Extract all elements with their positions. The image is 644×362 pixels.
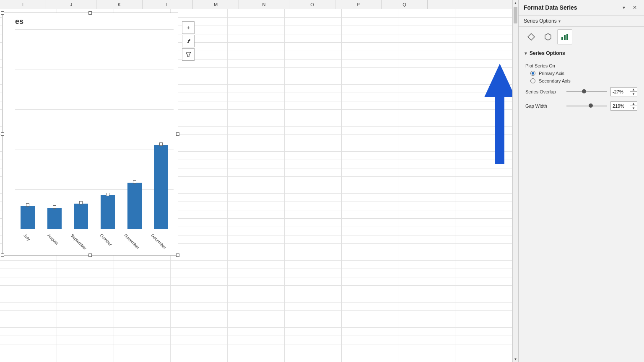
series-overlap-decrement[interactable]: ▼ — [630, 92, 637, 96]
panel-title: Format Data Series — [524, 4, 577, 11]
panel-close-button[interactable]: ✕ — [631, 3, 639, 12]
series-overlap-thumb[interactable] — [582, 89, 586, 93]
grid-row-37 — [0, 311, 512, 319]
label-november: November — [124, 233, 140, 250]
bars-container — [15, 29, 174, 230]
add-chart-element-button[interactable]: + — [182, 21, 195, 34]
bar-handle-november[interactable] — [133, 180, 136, 184]
chart-container[interactable]: es — [2, 13, 178, 256]
bar-november — [127, 183, 142, 229]
label-october: October — [99, 233, 113, 247]
chart-filter-button[interactable] — [182, 48, 195, 61]
gap-width-value-box[interactable]: ▲ ▼ — [610, 101, 637, 111]
bar-handle-september[interactable] — [79, 201, 83, 204]
bar-handle-october[interactable] — [106, 193, 109, 196]
scroll-thumb[interactable] — [514, 7, 517, 23]
column-headers: I J K L M N O P Q — [0, 0, 512, 9]
gap-width-label: Gap Width — [525, 103, 563, 109]
svg-rect-5 — [561, 37, 563, 40]
scroll-track[interactable] — [513, 6, 518, 356]
vertical-scrollbar[interactable]: ▲ ▼ — [512, 0, 518, 362]
gap-width-input[interactable] — [611, 103, 630, 109]
series-options-section-title: Series Options — [530, 50, 565, 56]
grid-area: es — [0, 9, 512, 362]
grid-row-38 — [0, 319, 512, 328]
grid-row-33 — [0, 277, 512, 286]
gap-width-thumb[interactable] — [589, 103, 593, 108]
panel-header: Format Data Series ▾ ✕ — [519, 0, 644, 16]
bar-august — [47, 208, 62, 229]
col-header-L[interactable]: L — [143, 0, 193, 9]
panel-dropdown-button[interactable]: ▾ — [620, 3, 628, 12]
label-november-container: November — [122, 233, 147, 238]
svg-marker-3 — [528, 34, 535, 40]
col-header-N[interactable]: N — [239, 0, 289, 9]
grid-row-40 — [0, 336, 512, 344]
col-header-O[interactable]: O — [289, 0, 335, 9]
series-overlap-row: Series Overlap ▲ ▼ — [525, 85, 637, 99]
label-august-container: August — [42, 233, 67, 238]
bar-handle-december[interactable] — [159, 142, 163, 146]
series-options-dropdown-icon: ▾ — [558, 19, 561, 23]
secondary-axis-row[interactable]: Secondary Axis — [530, 77, 637, 85]
tab-effects[interactable] — [540, 29, 556, 44]
primary-axis-radio[interactable] — [530, 71, 535, 76]
col-header-K[interactable]: K — [96, 0, 143, 9]
series-overlap-increment[interactable]: ▲ — [630, 88, 637, 92]
tab-fill-line[interactable] — [524, 29, 539, 44]
filter-icon — [186, 52, 191, 57]
primary-axis-row[interactable]: Primary Axis — [530, 70, 637, 77]
col-header-Q[interactable]: Q — [382, 0, 428, 9]
bar-group-december — [148, 145, 174, 229]
grid-row-39 — [0, 328, 512, 336]
col-header-J[interactable]: J — [46, 0, 96, 9]
fill-icon — [527, 33, 535, 41]
col-header-I[interactable]: I — [0, 0, 46, 9]
scroll-up-button[interactable]: ▲ — [513, 0, 518, 6]
series-overlap-spinner: ▲ ▼ — [630, 88, 637, 96]
label-july: July — [23, 233, 31, 241]
bar-handle-july[interactable] — [26, 203, 29, 207]
series-options-section-body: Plot Series On Primary Axis Secondary Ax… — [519, 59, 644, 117]
col-header-M[interactable]: M — [193, 0, 239, 9]
grid-row-32 — [0, 269, 512, 277]
gap-width-increment[interactable]: ▲ — [630, 102, 637, 106]
series-overlap-label: Series Overlap — [525, 89, 563, 94]
bar-group-july — [15, 206, 40, 229]
svg-marker-2 — [186, 52, 191, 57]
bar-september — [74, 204, 88, 229]
bar-handle-august[interactable] — [53, 205, 56, 209]
chart-style-button[interactable] — [182, 35, 195, 47]
series-overlap-value-box[interactable]: ▲ ▼ — [610, 87, 637, 96]
gap-width-track[interactable] — [566, 106, 607, 106]
gap-width-spinner: ▲ ▼ — [630, 102, 637, 110]
col-header-P[interactable]: P — [335, 0, 382, 9]
bar-october — [101, 195, 115, 229]
format-data-series-panel: Format Data Series ▾ ✕ Series Options ▾ — [518, 0, 644, 362]
chart-toolbar: + — [182, 21, 195, 61]
series-options-section-header[interactable]: ▼ Series Options — [519, 47, 644, 59]
series-options-selector[interactable]: Series Options ▾ — [519, 16, 644, 27]
gap-width-decrement[interactable]: ▼ — [630, 106, 637, 110]
scroll-down-button[interactable]: ▼ — [513, 356, 518, 362]
tab-series-options[interactable] — [557, 29, 572, 44]
secondary-axis-label: Secondary Axis — [539, 78, 571, 83]
spreadsheet-area: I J K L M N O P Q — [0, 0, 512, 362]
bar-group-september — [68, 204, 93, 229]
series-overlap-input[interactable] — [611, 89, 630, 94]
label-september: September — [70, 233, 87, 251]
plot-series-on-label: Plot Series On — [525, 63, 555, 68]
grid-row-36 — [0, 303, 512, 311]
brush-icon — [185, 38, 191, 44]
bar-december — [154, 145, 168, 229]
panel-header-icons: ▾ ✕ — [620, 3, 639, 12]
svg-rect-1 — [187, 42, 189, 43]
label-december: December — [150, 233, 167, 250]
series-overlap-track[interactable] — [566, 91, 607, 92]
label-september-container: September — [68, 233, 93, 238]
bar-group-august — [42, 208, 67, 229]
close-icon: ✕ — [633, 5, 637, 10]
secondary-axis-radio[interactable] — [530, 78, 535, 83]
chart-plot-area: July August September October November — [15, 29, 174, 230]
bar-july — [21, 206, 35, 229]
